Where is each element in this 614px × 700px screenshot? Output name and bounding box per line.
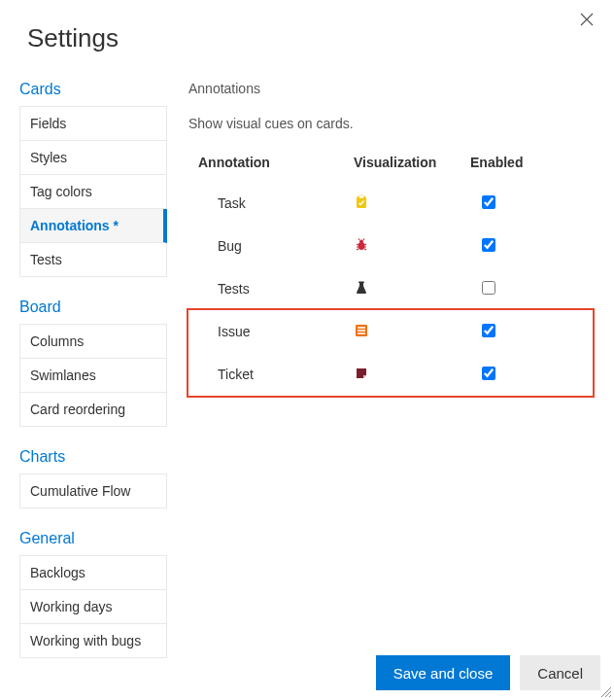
clipboard-icon [354,194,369,213]
sidebar-item-backlogs[interactable]: Backlogs [20,556,166,590]
enabled-checkbox-tests[interactable] [482,281,495,295]
col-header-enabled: Enabled [470,155,593,170]
close-icon[interactable] [579,12,595,27]
annotation-label: Bug [188,238,354,254]
annotations-panel: Annotations Show visual cues on cards. A… [167,71,614,670]
highlighted-rows: IssueTicket [187,308,595,398]
resize-grip-icon[interactable] [598,684,612,698]
sidebar-item-tests[interactable]: Tests [20,243,166,276]
sidebar-item-working-with-bugs[interactable]: Working with bugs [20,624,166,657]
settings-sidebar: CardsFieldsStylesTag colorsAnnotations *… [19,71,167,670]
table-row-task: Task [188,182,593,225]
sidebar-item-styles[interactable]: Styles [20,141,166,175]
table-row-tests: Tests [188,267,593,310]
svg-rect-4 [358,281,364,283]
annotation-label: Task [188,195,354,211]
table-row-bug: Bug [188,225,593,267]
svg-rect-1 [359,195,364,198]
svg-point-3 [359,239,363,243]
sidebar-item-annotations[interactable]: Annotations * [20,209,167,243]
annotation-label: Tests [188,281,354,297]
sidebar-item-swimlanes[interactable]: Swimlanes [20,359,166,393]
table-row-issue: Issue [188,310,593,353]
sidebar-item-card-reordering[interactable]: Card reordering [20,393,166,426]
dialog-footer: Save and close Cancel [376,655,600,690]
table-header-row: Annotation Visualization Enabled [188,149,593,182]
enabled-checkbox-task[interactable] [482,195,495,209]
panel-title: Annotations [188,81,593,96]
flask-icon [354,280,369,298]
table-row-ticket: Ticket [188,353,593,396]
enabled-checkbox-issue[interactable] [482,324,495,337]
section-header-cards[interactable]: Cards [19,71,167,106]
sidebar-item-cumulative-flow[interactable]: Cumulative Flow [20,474,166,508]
sidebar-item-fields[interactable]: Fields [20,107,166,141]
col-header-annotation: Annotation [188,155,354,170]
enabled-checkbox-bug[interactable] [482,238,495,252]
section-header-board[interactable]: Board [19,289,167,324]
annotation-label: Issue [188,324,354,339]
save-and-close-button[interactable]: Save and close [376,655,511,690]
section-header-general[interactable]: General [19,520,167,555]
sidebar-item-columns[interactable]: Columns [20,325,166,359]
col-header-visualization: Visualization [354,155,470,170]
section-header-charts[interactable]: Charts [19,438,167,473]
annotations-table: Annotation Visualization Enabled TaskBug… [188,149,593,398]
bug-icon [354,237,369,256]
cancel-button[interactable]: Cancel [520,655,600,690]
annotation-label: Ticket [188,367,354,382]
list-icon [354,323,369,341]
enabled-checkbox-ticket[interactable] [482,367,495,380]
page-title: Settings [0,0,614,71]
sidebar-item-working-days[interactable]: Working days [20,590,166,624]
sidebar-item-tag-colors[interactable]: Tag colors [20,175,166,209]
note-icon [354,366,369,384]
panel-description: Show visual cues on cards. [188,116,593,131]
